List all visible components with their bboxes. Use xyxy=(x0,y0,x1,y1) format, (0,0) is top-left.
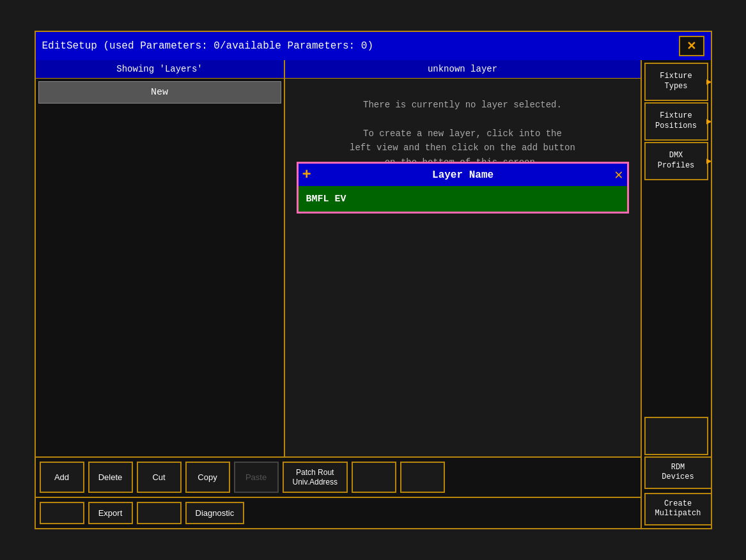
create-multipatch-button[interactable]: Create Multipatch xyxy=(644,493,711,525)
popup-layer-row[interactable]: BMFL EV xyxy=(299,186,627,212)
rdm-devices-button[interactable]: RDM Devices xyxy=(644,456,711,489)
empty-btn-4[interactable] xyxy=(137,502,182,524)
empty-btn-3[interactable] xyxy=(40,502,84,524)
sidebar-spacer xyxy=(644,182,708,416)
dmx-profiles-label: DMX Profiles xyxy=(658,151,695,171)
bottom-rows: Add Delete Cut Copy Paste Patch Rout Uni… xyxy=(36,456,641,528)
fixture-types-label: Fixture Types xyxy=(660,72,692,91)
sidebar-fixture-positions[interactable]: Fixture Positions ▶ xyxy=(644,102,708,141)
left-panel: Showing 'Layers' New xyxy=(36,60,285,456)
arrow-icon-2: ▶ xyxy=(706,116,710,127)
right-sidebar: Fixture Types ▶ Fixture Positions ▶ DMX … xyxy=(641,60,711,528)
diagnostic-button[interactable]: Diagnostic xyxy=(185,502,245,524)
bottom-bar-row1: Add Delete Cut Copy Paste Patch Rout Uni… xyxy=(36,456,641,497)
header-title: EditSetup (used Parameters: 0/available … xyxy=(42,40,373,52)
main-area: Showing 'Layers' New unknown layer There… xyxy=(36,60,711,528)
right-panel-header: unknown layer xyxy=(285,60,641,79)
left-center-area: Showing 'Layers' New unknown layer There… xyxy=(36,60,641,528)
copy-button[interactable]: Copy xyxy=(185,462,230,493)
paste-button[interactable]: Paste xyxy=(234,462,279,493)
header: EditSetup (used Parameters: 0/available … xyxy=(36,32,711,60)
empty-btn-1[interactable] xyxy=(352,462,396,493)
add-button[interactable]: Add xyxy=(40,462,84,493)
left-panel-content xyxy=(36,106,284,456)
empty-btn-2[interactable] xyxy=(400,462,445,493)
arrow-icon-3: ▶ xyxy=(706,155,710,167)
popup-layer-name: BMFL EV xyxy=(306,194,346,205)
arrow-icon-1: ▶ xyxy=(706,76,710,88)
popup-close-icon[interactable]: ✕ xyxy=(614,166,623,183)
main-screen: EditSetup (used Parameters: 0/available … xyxy=(35,31,712,529)
delete-button[interactable]: Delete xyxy=(88,462,133,493)
sidebar-dmx-profiles[interactable]: DMX Profiles ▶ xyxy=(644,142,708,180)
sidebar-fixture-types[interactable]: Fixture Types ▶ xyxy=(644,63,708,101)
fixture-positions-label: Fixture Positions xyxy=(655,111,697,131)
left-panel-header: Showing 'Layers' xyxy=(36,60,284,79)
patch-rout-button[interactable]: Patch Rout Univ.Address xyxy=(283,462,348,493)
sidebar-empty xyxy=(644,417,708,455)
create-multipatch-label: Create Multipatch xyxy=(655,499,701,519)
bottom-bar-row2: Export Diagnostic xyxy=(36,497,641,528)
right-panel-content: There is currently no layer selected. To… xyxy=(285,79,641,456)
no-layer-message: There is currently no layer selected. To… xyxy=(350,98,575,169)
popup-header: + Layer Name ✕ xyxy=(299,164,627,186)
popup-title: Layer Name xyxy=(316,169,609,181)
popup-add-icon[interactable]: + xyxy=(302,166,311,183)
cut-button[interactable]: Cut xyxy=(137,462,182,493)
right-panel: unknown layer There is currently no laye… xyxy=(285,60,641,456)
export-button[interactable]: Export xyxy=(88,502,133,524)
new-button[interactable]: New xyxy=(38,81,281,104)
close-button[interactable]: ✕ xyxy=(679,36,704,56)
layer-name-popup: + Layer Name ✕ BMFL EV xyxy=(297,162,629,214)
panels-row: Showing 'Layers' New unknown layer There… xyxy=(36,60,641,456)
rdm-devices-label: RDM Devices xyxy=(662,463,694,483)
